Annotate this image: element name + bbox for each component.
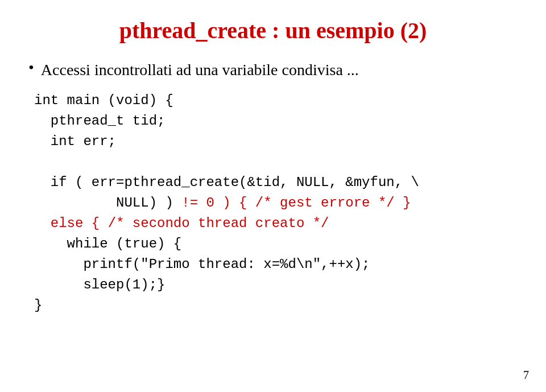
code-line-8: while (true) { xyxy=(34,234,518,254)
code-line-1: int main (void) { xyxy=(34,90,518,111)
code-line-11: } xyxy=(34,295,518,316)
code-line-7: else { /* secondo thread creato */ xyxy=(34,213,518,234)
code-line-10: sleep(1);} xyxy=(34,275,518,295)
bullet-text: Accessi incontrollati ad una variabile c… xyxy=(41,61,359,79)
slide-title: pthread_create : un esempio (2) xyxy=(28,17,518,44)
code-line-3: int err; xyxy=(34,131,518,152)
slide-container: pthread_create : un esempio (2) • Access… xyxy=(0,0,546,392)
code-line-6: NULL) ) != 0 ) { /* gest errore */ } xyxy=(34,193,518,213)
code-block: int main (void) { pthread_t tid; int err… xyxy=(28,90,518,316)
code-line-2: pthread_t tid; xyxy=(34,111,518,131)
code-line-4 xyxy=(34,152,518,172)
code-line-9: printf("Primo thread: x=%d\n",++x); xyxy=(34,254,518,275)
bullet-point: • Accessi incontrollati ad una variabile… xyxy=(28,61,518,79)
bullet-dot: • xyxy=(28,59,34,77)
page-number: 7 xyxy=(523,369,529,382)
code-line-5: if ( err=pthread_create(&tid, NULL, &myf… xyxy=(34,172,518,193)
